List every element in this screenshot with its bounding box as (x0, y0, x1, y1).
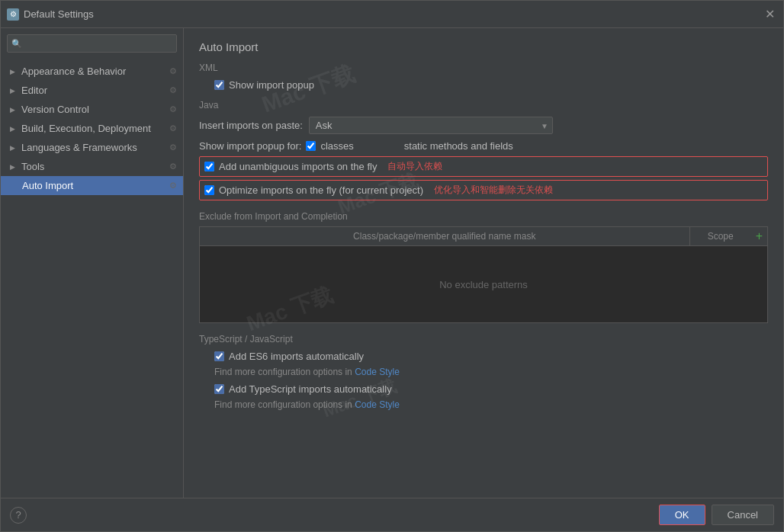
exclude-label: Exclude from Import and Completion (199, 211, 768, 222)
show-import-popup-row: Show import popup for: classes static me… (199, 140, 768, 152)
find-more-ts-row: Find more configuration options in Code … (214, 399, 768, 410)
exclude-section: Exclude from Import and Completion Class… (199, 211, 768, 323)
gear-icon: ⚙ (169, 123, 177, 133)
classes-checkbox[interactable] (306, 141, 316, 151)
footer-right: OK Cancel (659, 505, 774, 525)
sidebar-item-label: Editor (21, 85, 47, 96)
footer-left: ? (10, 507, 27, 524)
sidebar-item-label: Version Control (21, 104, 89, 115)
sidebar-item-appearance[interactable]: ▶ Appearance & Behavior ⚙ (1, 62, 183, 81)
exclude-table-body: No exclude patterns (200, 246, 767, 322)
insert-imports-label: Insert imports on paste: (199, 120, 303, 131)
sidebar-item-label: Auto Import (22, 180, 73, 191)
ok-button[interactable]: OK (659, 505, 705, 525)
optimize-imports-label: Optimize imports on the fly (for current… (219, 184, 423, 196)
sidebar-item-editor[interactable]: ▶ Editor ⚙ (1, 81, 183, 100)
sidebar-item-label: Build, Execution, Deployment (21, 123, 151, 134)
insert-imports-select-wrap: Ask Always Never ▼ (309, 117, 553, 134)
chevron-right-icon: ▶ (10, 68, 15, 75)
content-area: 🔍 ▶ Appearance & Behavior ⚙ ▶ Editor ⚙ (1, 28, 783, 498)
optimize-imports-annotation: 优化导入和智能删除无关依赖 (434, 184, 553, 197)
sidebar-item-label: Appearance & Behavior (21, 66, 126, 77)
es6-row: Add ES6 imports automatically (214, 351, 768, 362)
ts-imports-label: Add TypeScript imports automatically (229, 383, 392, 395)
gear-icon: ⚙ (169, 162, 177, 171)
xml-show-popup-row: Show import popup (214, 79, 768, 91)
close-button[interactable]: ✕ (762, 7, 777, 22)
add-unambiguous-box: Add unambiguous imports on the fly 自动导入依… (199, 156, 768, 177)
main-content: Mac 下载 Mac 下载 Mac 下载 Mac 下载 Auto Import … (184, 28, 783, 498)
no-patterns-text: No exclude patterns (439, 279, 528, 290)
show-import-popup-label: Show import popup for: (199, 140, 301, 152)
classes-label: classes (320, 140, 353, 152)
col-name-header: Class/package/member qualified name mask (200, 227, 690, 245)
chevron-right-icon: ▶ (10, 125, 15, 133)
insert-imports-row: Insert imports on paste: Ask Always Neve… (199, 117, 768, 134)
es6-label: Add ES6 imports automatically (229, 351, 364, 362)
find-more-es6-row: Find more configuration options in Code … (214, 367, 768, 377)
section-title: Auto Import (199, 40, 768, 53)
exclude-table-header: Class/package/member qualified name mask… (200, 227, 767, 246)
dialog-window: ⚙ Default Settings ✕ 🔍 ▶ Appearance & Be… (0, 0, 784, 532)
search-icon: 🔍 (11, 39, 22, 49)
ts-label: TypeScript / JavaScript (199, 334, 768, 345)
add-unambiguous-checkbox[interactable] (204, 162, 214, 171)
chevron-right-icon: ▶ (10, 106, 15, 114)
ts-imports-row: Add TypeScript imports automatically (214, 383, 768, 395)
col-scope-header: Scope (690, 227, 751, 245)
sidebar-item-label: Tools (21, 161, 44, 172)
sidebar-item-languages[interactable]: ▶ Languages & Frameworks ⚙ (1, 138, 183, 157)
ts-imports-checkbox[interactable] (214, 384, 224, 394)
optimize-imports-checkbox[interactable] (204, 185, 214, 195)
find-more-ts-text: Find more configuration options in (214, 399, 352, 410)
ts-section: TypeScript / JavaScript Add ES6 imports … (199, 334, 768, 410)
code-style-ts-link[interactable]: Code Style (355, 399, 400, 410)
code-style-es6-link[interactable]: Code Style (355, 367, 400, 377)
help-button[interactable]: ? (10, 507, 27, 524)
gear-icon: ⚙ (169, 66, 177, 76)
sidebar: 🔍 ▶ Appearance & Behavior ⚙ ▶ Editor ⚙ (1, 28, 184, 498)
gear-icon: ⚙ (169, 181, 177, 191)
optimize-imports-box: Optimize imports on the fly (for current… (199, 180, 768, 200)
static-methods-label: static methods and fields (404, 140, 513, 152)
gear-icon: ⚙ (169, 143, 177, 152)
add-unambiguous-label: Add unambiguous imports on the fly (219, 161, 377, 172)
sidebar-item-build[interactable]: ▶ Build, Execution, Deployment ⚙ (1, 119, 183, 138)
sidebar-item-tools[interactable]: ▶ Tools ⚙ (1, 157, 183, 176)
sidebar-item-version-control[interactable]: ▶ Version Control ⚙ (1, 100, 183, 119)
title-bar: ⚙ Default Settings ✕ (1, 1, 783, 28)
gear-icon: ⚙ (169, 85, 177, 95)
footer: ? OK Cancel (1, 498, 783, 531)
chevron-right-icon: ▶ (10, 87, 15, 95)
insert-imports-select[interactable]: Ask Always Never (309, 117, 553, 134)
find-more-es6-text: Find more configuration options in (214, 367, 352, 377)
dialog-icon: ⚙ (7, 8, 19, 21)
search-input[interactable] (7, 34, 177, 53)
chevron-right-icon: ▶ (10, 163, 15, 171)
java-section-label: Java (199, 100, 768, 111)
exclude-table: Class/package/member qualified name mask… (199, 226, 768, 323)
xml-show-popup-checkbox[interactable] (214, 80, 224, 90)
xml-show-popup-label: Show import popup (229, 79, 314, 91)
gear-icon: ⚙ (169, 104, 177, 114)
chevron-right-icon: ▶ (10, 144, 15, 152)
xml-section-label: XML (199, 62, 768, 73)
sidebar-nav: ▶ Appearance & Behavior ⚙ ▶ Editor ⚙ ▶ V… (1, 59, 183, 498)
add-unambiguous-annotation: 自动导入依赖 (387, 160, 442, 173)
search-box: 🔍 (7, 34, 177, 53)
es6-checkbox[interactable] (214, 351, 224, 361)
sidebar-item-auto-import[interactable]: Auto Import ⚙ (1, 176, 183, 195)
sidebar-item-label: Languages & Frameworks (21, 142, 137, 153)
cancel-button[interactable]: Cancel (712, 505, 774, 525)
dialog-title: Default Settings (24, 8, 94, 20)
add-pattern-button[interactable]: + (751, 228, 767, 245)
title-bar-left: ⚙ Default Settings (7, 8, 94, 21)
